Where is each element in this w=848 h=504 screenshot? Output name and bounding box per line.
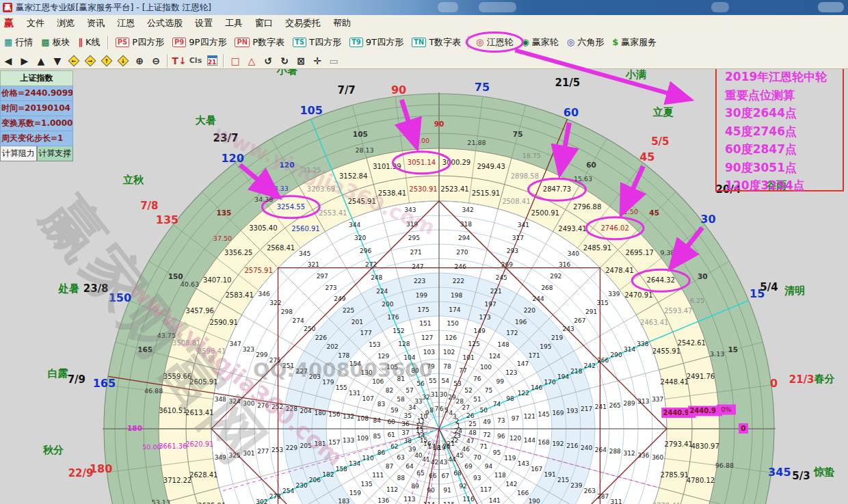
svg-text:126: 126 (445, 334, 457, 341)
diamond-right-icon[interactable]: → (82, 54, 98, 67)
svg-text:324: 324 (228, 398, 240, 405)
svg-text:36: 36 (401, 421, 410, 427)
svg-text:219: 219 (551, 334, 563, 341)
menu-item-8[interactable]: 交易委托 (279, 16, 327, 31)
svg-text:3407.10: 3407.10 (203, 276, 231, 284)
diamond-up-icon[interactable]: ↑ (98, 54, 115, 67)
svg-text:168: 168 (538, 439, 550, 446)
title-bar[interactable]: 赢 赢家江恩专业版[赢家服务平台] - [上证指数 江恩轮] (0, 0, 848, 15)
toolbar-button-T数字表[interactable]: TNT数字表 (408, 34, 465, 51)
toolbar-button-赢家轮[interactable]: ◉赢家轮 (517, 34, 562, 51)
toolbar-button-K线[interactable]: ∥K线 (75, 34, 105, 51)
calendar-icon[interactable]: 21 (204, 54, 220, 67)
calc-resistance-button[interactable]: 计算阻力 (0, 146, 37, 161)
svg-text:199: 199 (416, 292, 427, 299)
menu-item-7[interactable]: 窗口 (249, 16, 279, 31)
cls-tool-icon[interactable]: Cls (187, 54, 204, 67)
svg-text:立夏: 立夏 (652, 106, 674, 118)
svg-text:271: 271 (410, 249, 422, 256)
svg-text:2605.91: 2605.91 (189, 378, 217, 386)
svg-text:87: 87 (386, 463, 393, 470)
fit-tool-icon[interactable]: ✛ (309, 54, 326, 67)
toolbar-button-赢家服务[interactable]: $赢家服务 (608, 34, 661, 51)
svg-text:7/9: 7/9 (68, 373, 85, 386)
svg-text:177: 177 (360, 330, 372, 336)
svg-text:45: 45 (639, 150, 654, 163)
menu-item-3[interactable]: 江恩 (111, 16, 141, 31)
toolbar-button-行情[interactable]: ▦行情 (0, 34, 37, 51)
svg-text:60: 60 (586, 161, 596, 169)
svg-text:清明: 清明 (784, 284, 805, 297)
height-tool-icon[interactable]: T↓ (171, 54, 187, 67)
svg-text:143: 143 (518, 460, 529, 467)
svg-text:3305.40: 3305.40 (249, 224, 277, 232)
toolbar-button-9P四方形[interactable]: P99P四方形 (168, 34, 230, 51)
svg-text:3051.14: 3051.14 (408, 159, 436, 166)
rotate-ccw-icon[interactable]: ↺ (260, 54, 276, 67)
triangle-tool-icon[interactable]: △ (243, 54, 260, 67)
toolbar-button-板块[interactable]: ▩板块 (37, 34, 74, 51)
toolbar-button-六角形[interactable]: ◎六角形 (563, 34, 608, 51)
svg-text:34: 34 (408, 404, 416, 411)
svg-text:192: 192 (552, 440, 564, 447)
svg-text:28: 28 (455, 398, 464, 405)
svg-text:223: 223 (414, 278, 425, 284)
svg-text:85: 85 (373, 433, 381, 440)
delete-box-icon[interactable]: ⊠ (293, 54, 309, 67)
menu-item-9[interactable]: 帮助 (327, 16, 357, 31)
svg-text:347: 347 (229, 341, 241, 347)
svg-text:263: 263 (584, 488, 596, 494)
up-icon[interactable]: ▲ (33, 54, 49, 67)
svg-text:322: 322 (269, 300, 281, 306)
down-icon[interactable]: ▼ (49, 54, 66, 67)
svg-text:3254.55: 3254.55 (277, 203, 305, 211)
svg-text:118: 118 (494, 472, 506, 479)
svg-text:165: 165 (137, 345, 153, 354)
toolbar-button-P四方形[interactable]: PSP四方形 (111, 34, 168, 51)
svg-text:2598.41: 2598.41 (198, 347, 226, 355)
titlebar-blur (438, 2, 458, 12)
svg-text:2590.91: 2590.91 (210, 319, 238, 326)
svg-text:339: 339 (608, 291, 620, 297)
svg-text:90: 90 (391, 83, 406, 96)
svg-text:141: 141 (489, 497, 501, 504)
calc-support-button[interactable]: 计算支撑 (37, 146, 74, 161)
rect-tool-icon[interactable]: □ (227, 54, 243, 67)
window-controls[interactable] (818, 2, 844, 12)
diamond-left-icon[interactable]: ← (66, 54, 82, 67)
menu-item-6[interactable]: 工具 (219, 16, 249, 31)
svg-text:2530.91: 2530.91 (409, 185, 437, 193)
menu-item-4[interactable]: 公式选股 (141, 16, 189, 31)
svg-text:5/3: 5/3 (792, 470, 810, 482)
svg-text:90: 90 (434, 120, 445, 128)
svg-text:174: 174 (449, 306, 460, 313)
toolbar-button-P数字表[interactable]: PNP数字表 (230, 34, 289, 51)
toolbar-button-9T四方形[interactable]: T99T四方形 (345, 34, 408, 51)
toolbar-button-江恩轮[interactable]: ◎江恩轮 (472, 34, 517, 51)
svg-text:267: 267 (574, 317, 585, 324)
menu-item-1[interactable]: 浏览 (51, 16, 81, 31)
svg-text:2493.41: 2493.41 (558, 225, 586, 233)
svg-text:77: 77 (459, 367, 466, 374)
zoom-out-icon[interactable]: ⊖ (148, 54, 164, 67)
menu-item-0[interactable]: 文件 (21, 16, 51, 31)
menu-item-2[interactable]: 资讯 (81, 16, 111, 31)
diamond-down-icon[interactable]: ↓ (115, 54, 131, 67)
rotate-cw-icon[interactable]: ↻ (276, 54, 293, 67)
toolbar-button-T四方形[interactable]: TST四方形 (289, 34, 345, 51)
zoom-in-icon[interactable]: ⊕ (131, 54, 148, 67)
svg-text:7/7: 7/7 (337, 84, 355, 96)
svg-text:291: 291 (585, 308, 597, 315)
svg-text:224: 224 (376, 288, 388, 295)
svg-text:29: 29 (448, 394, 456, 401)
screen-tool-icon[interactable]: ▭ (326, 54, 342, 67)
svg-text:31: 31 (431, 391, 438, 398)
svg-text:92: 92 (459, 483, 466, 490)
svg-text:6: 6 (440, 406, 444, 412)
forward-icon[interactable]: ▶ (16, 54, 33, 67)
back-icon[interactable]: ◀ (0, 54, 16, 67)
svg-text:169: 169 (552, 410, 564, 416)
svg-text:344: 344 (349, 222, 360, 228)
P数字表-icon: PN (235, 38, 250, 47)
menu-item-5[interactable]: 设置 (189, 16, 219, 31)
